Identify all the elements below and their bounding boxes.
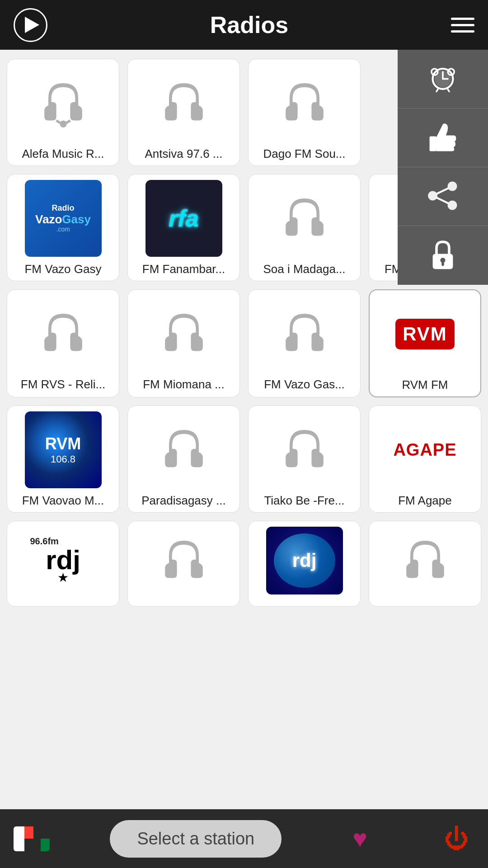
station-logo-5: Radio VazoGasy .com	[25, 180, 102, 257]
share-panel-item[interactable]	[398, 167, 488, 226]
station-name-13: FM Vaovao M...	[11, 494, 115, 508]
lock-icon	[427, 239, 459, 272]
svg-line-18	[56, 121, 60, 123]
station-name-2: Antsiva 97.6 ...	[131, 147, 236, 161]
station-name-5: FM Vazo Gasy	[11, 262, 115, 276]
thumbs-up-icon	[427, 121, 459, 155]
country-flag	[14, 826, 50, 851]
menu-button[interactable]	[451, 18, 474, 33]
svg-line-12	[436, 188, 449, 194]
station-logo-6: rfa	[145, 180, 222, 257]
app-header: Radios	[0, 0, 488, 50]
svg-point-10	[449, 201, 456, 209]
select-station-button[interactable]: Select a station	[110, 820, 282, 858]
station-logo-11	[266, 295, 343, 372]
station-logo-10	[145, 295, 222, 372]
power-icon: ⏻	[444, 824, 469, 853]
station-logo-13: RVM 106.8	[25, 411, 102, 488]
station-card-9[interactable]: FM RVS - Reli...	[7, 289, 119, 397]
station-name-16: FM Agape	[373, 494, 477, 508]
station-logo-17: 96.6fm rdj ★	[25, 527, 102, 594]
station-logo-14	[145, 411, 222, 488]
alarm-icon	[427, 62, 459, 96]
svg-point-11	[429, 192, 436, 199]
station-name-15: Tiako Be -Fre...	[252, 494, 357, 508]
station-card-3[interactable]: Dago FM Sou...	[248, 59, 361, 166]
svg-line-7	[447, 88, 449, 91]
menu-line-2	[451, 24, 474, 26]
station-card-6[interactable]: rfa FM Fanambar...	[127, 174, 240, 281]
station-card-10[interactable]: FM Miomana ...	[127, 289, 240, 397]
power-button[interactable]: ⏻	[438, 821, 474, 857]
station-logo-20	[387, 527, 464, 594]
alarm-panel-item[interactable]	[398, 50, 488, 108]
station-logo-12: RVM	[387, 296, 464, 373]
station-name-12: RVM FM	[373, 378, 477, 392]
station-logo-18	[145, 527, 222, 594]
station-name-1: Alefa Music R...	[11, 147, 115, 161]
flag-white-stripe	[14, 826, 24, 851]
station-card-14[interactable]: Paradisagasy ...	[127, 406, 240, 513]
station-card-17[interactable]: 96.6fm rdj ★	[7, 521, 119, 607]
menu-line-3	[451, 30, 474, 33]
station-logo-15	[266, 411, 343, 488]
svg-line-13	[436, 198, 449, 203]
station-name-7: Soa i Madaga...	[252, 262, 357, 276]
menu-line-1	[451, 18, 474, 20]
svg-rect-16	[441, 261, 444, 266]
station-name-11: FM Vazo Gas...	[252, 377, 357, 392]
flag-red-stripe	[24, 826, 33, 839]
station-name-6: FM Fanambar...	[131, 262, 236, 276]
station-card-15[interactable]: Tiako Be -Fre...	[248, 406, 361, 513]
station-card-20[interactable]	[369, 521, 481, 607]
station-logo-19: rdj	[266, 527, 343, 594]
station-card-2[interactable]: Antsiva 97.6 ...	[127, 59, 240, 166]
station-card-18[interactable]	[127, 521, 240, 607]
station-card-1[interactable]: Alefa Music R...	[7, 59, 119, 166]
share-icon	[427, 180, 459, 213]
favorites-button[interactable]: ♥	[342, 821, 378, 857]
station-card-13[interactable]: RVM 106.8 FM Vaovao M...	[7, 406, 119, 513]
station-logo-2	[145, 65, 222, 142]
svg-point-17	[60, 121, 66, 127]
station-name-10: FM Miomana ...	[131, 377, 236, 392]
svg-point-9	[449, 182, 456, 190]
station-card-16[interactable]: AGAPE FM Agape	[369, 406, 481, 513]
station-name-9: FM RVS - Reli...	[11, 377, 115, 392]
svg-rect-8	[430, 136, 436, 151]
station-card-12[interactable]: RVM RVM FM	[369, 289, 481, 397]
station-card-11[interactable]: FM Vazo Gas...	[248, 289, 361, 397]
flag-green-stripe	[41, 839, 50, 851]
station-logo-16: AGAPE	[387, 411, 464, 488]
station-logo-1	[25, 65, 102, 142]
svg-line-6	[436, 88, 438, 91]
lock-panel-item[interactable]	[398, 226, 488, 285]
side-panel	[398, 50, 488, 285]
station-name-3: Dago FM Sou...	[252, 147, 357, 161]
station-name-14: Paradisagasy ...	[131, 494, 236, 508]
station-card-19[interactable]: rdj	[248, 521, 361, 607]
bottom-bar: Select a station ♥ ⏻	[0, 809, 488, 868]
station-logo-3	[266, 65, 343, 142]
app-title: Radios	[210, 11, 288, 38]
station-logo-9	[25, 295, 102, 372]
station-card-7[interactable]: Soa i Madaga...	[248, 174, 361, 281]
svg-line-19	[66, 121, 70, 123]
play-button[interactable]	[14, 8, 47, 42]
heart-icon: ♥	[352, 824, 367, 853]
like-panel-item[interactable]	[398, 108, 488, 167]
station-card-5[interactable]: Radio VazoGasy .com FM Vazo Gasy	[7, 174, 119, 281]
station-logo-7	[266, 180, 343, 257]
